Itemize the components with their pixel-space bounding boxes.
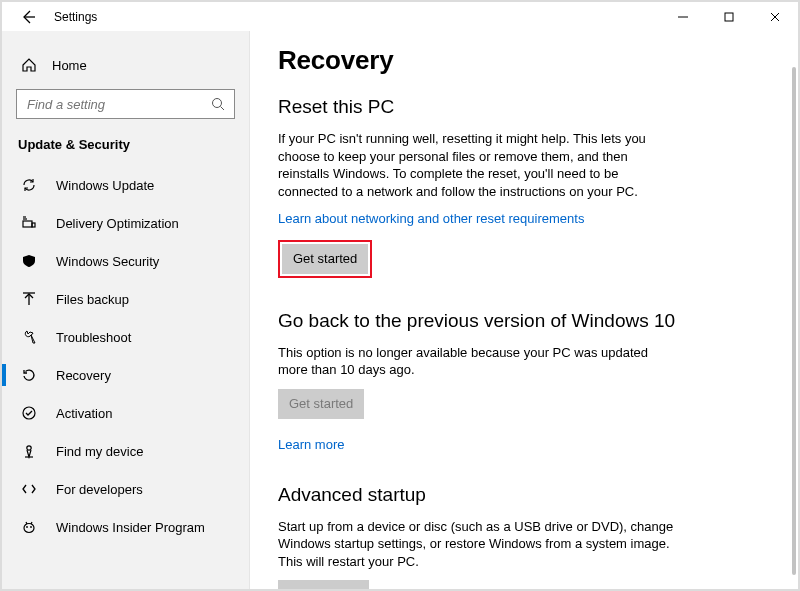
svg-point-12 <box>23 407 35 419</box>
window-title: Settings <box>54 10 97 24</box>
sidebar-item-label: Windows Update <box>56 178 154 193</box>
section-body: This option is no longer available becau… <box>278 344 678 379</box>
delivery-icon <box>20 215 38 231</box>
sidebar-item-for-developers[interactable]: For developers <box>2 470 249 508</box>
section-body: Start up from a device or disc (such as … <box>278 518 678 571</box>
svg-point-4 <box>213 99 222 108</box>
highlight-annotation: Get started <box>278 240 372 278</box>
svg-rect-7 <box>32 223 35 227</box>
sidebar-item-insider-program[interactable]: Windows Insider Program <box>2 508 249 546</box>
maximize-button[interactable] <box>706 2 752 31</box>
section-body: If your PC isn't running well, resetting… <box>278 130 678 200</box>
sidebar-item-label: Windows Security <box>56 254 159 269</box>
sidebar-item-label: For developers <box>56 482 143 497</box>
sidebar-item-label: Files backup <box>56 292 129 307</box>
content-area: Recovery Reset this PC If your PC isn't … <box>250 31 798 589</box>
code-icon <box>20 481 38 497</box>
reset-get-started-button[interactable]: Get started <box>282 244 368 274</box>
recovery-icon <box>20 367 38 383</box>
restart-now-button[interactable]: Restart now <box>278 580 369 589</box>
reset-requirements-link[interactable]: Learn about networking and other reset r… <box>278 211 584 226</box>
back-button[interactable] <box>16 5 40 29</box>
svg-rect-6 <box>23 221 32 227</box>
maximize-icon <box>721 9 737 25</box>
minimize-icon <box>675 9 691 25</box>
search-input[interactable] <box>25 96 210 113</box>
sync-icon <box>20 177 38 193</box>
svg-point-13 <box>27 446 31 450</box>
location-icon <box>20 443 38 459</box>
go-back-get-started-button: Get started <box>278 389 364 419</box>
sidebar: Home Update & Security Windows Update De… <box>2 31 250 589</box>
section-title: Advanced startup <box>278 484 768 506</box>
wrench-icon <box>20 329 38 345</box>
section-title: Go back to the previous version of Windo… <box>278 310 768 332</box>
backup-icon <box>20 291 38 307</box>
sidebar-item-troubleshoot[interactable]: Troubleshoot <box>2 318 249 356</box>
sidebar-item-windows-security[interactable]: Windows Security <box>2 242 249 280</box>
section-title: Reset this PC <box>278 96 768 118</box>
section-reset-this-pc: Reset this PC If your PC isn't running w… <box>278 96 768 277</box>
sidebar-item-activation[interactable]: Activation <box>2 394 249 432</box>
sidebar-item-backup[interactable]: Files backup <box>2 280 249 318</box>
go-back-learn-more-link[interactable]: Learn more <box>278 437 344 452</box>
svg-point-17 <box>30 526 32 528</box>
vertical-scrollbar[interactable] <box>792 67 796 575</box>
sidebar-home-label: Home <box>52 58 87 73</box>
close-button[interactable] <box>752 2 798 31</box>
sidebar-item-recovery[interactable]: Recovery <box>2 356 249 394</box>
close-icon <box>767 9 783 25</box>
svg-point-15 <box>24 524 34 533</box>
insider-icon <box>20 519 38 535</box>
sidebar-item-windows-update[interactable]: Windows Update <box>2 166 249 204</box>
sidebar-item-delivery-optimization[interactable]: Delivery Optimization <box>2 204 249 242</box>
sidebar-nav: Windows Update Delivery Optimization Win… <box>2 166 249 546</box>
sidebar-item-find-my-device[interactable]: Find my device <box>2 432 249 470</box>
sidebar-item-label: Delivery Optimization <box>56 216 179 231</box>
sidebar-item-label: Find my device <box>56 444 143 459</box>
section-go-back: Go back to the previous version of Windo… <box>278 310 768 452</box>
sidebar-item-label: Activation <box>56 406 112 421</box>
search-box[interactable] <box>16 89 235 119</box>
sidebar-item-label: Recovery <box>56 368 111 383</box>
page-title: Recovery <box>278 45 768 76</box>
check-circle-icon <box>20 405 38 421</box>
home-icon <box>20 57 38 73</box>
svg-point-16 <box>26 526 28 528</box>
arrow-left-icon <box>20 9 36 25</box>
search-icon <box>210 96 226 112</box>
title-bar: Settings <box>2 2 798 31</box>
sidebar-item-label: Troubleshoot <box>56 330 131 345</box>
minimize-button[interactable] <box>660 2 706 31</box>
sidebar-item-label: Windows Insider Program <box>56 520 205 535</box>
section-advanced-startup: Advanced startup Start up from a device … <box>278 484 768 589</box>
svg-rect-1 <box>725 13 733 21</box>
shield-icon <box>20 253 38 269</box>
sidebar-category-header: Update & Security <box>2 131 249 166</box>
sidebar-home[interactable]: Home <box>2 47 249 83</box>
svg-line-5 <box>221 107 225 111</box>
